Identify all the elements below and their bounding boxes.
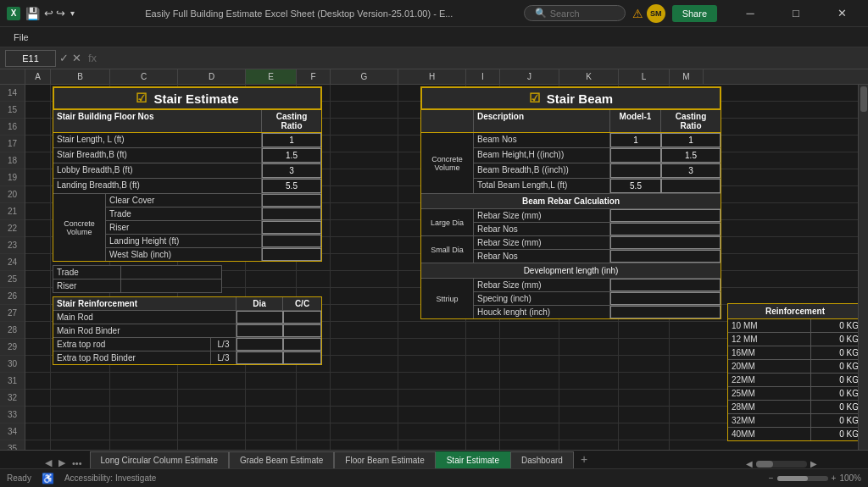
row-20[interactable]: 20: [0, 186, 25, 203]
riser-value[interactable]: [262, 221, 321, 234]
row-19[interactable]: 19: [0, 169, 25, 186]
tab-next-icon[interactable]: ▶: [56, 457, 68, 468]
formula-input[interactable]: [103, 53, 863, 64]
row-17[interactable]: 17: [0, 136, 25, 152]
row-29[interactable]: 29: [0, 339, 25, 356]
row-28[interactable]: 28: [0, 322, 25, 339]
col-header-k[interactable]: K: [559, 69, 619, 84]
col-header-l[interactable]: L: [619, 69, 670, 84]
row-33[interactable]: 33: [0, 407, 25, 423]
row-32[interactable]: 32: [0, 390, 25, 407]
tab-scrollbar[interactable]: [756, 461, 807, 468]
row-26[interactable]: 26: [0, 288, 25, 305]
extra-top-rod-dia[interactable]: [236, 338, 283, 351]
lobby-breadth-value[interactable]: 3: [262, 163, 321, 178]
col-header-j[interactable]: J: [500, 69, 559, 84]
vertical-scrollbar[interactable]: [858, 85, 868, 468]
formula-cancel[interactable]: ✕: [72, 52, 81, 64]
reinf-16mm-label: 16MM: [728, 346, 811, 359]
total-beam-length-value[interactable]: 5.5: [610, 179, 661, 193]
total-beam-length-ratio[interactable]: [661, 179, 721, 193]
beam-breadth-ratio[interactable]: 3: [661, 163, 721, 178]
tab-stair-estimate[interactable]: Stair Estimate: [436, 451, 510, 468]
extra-top-rod-cc[interactable]: [283, 338, 321, 351]
warning-icon: ⚠: [632, 7, 643, 20]
share-button[interactable]: Share: [672, 5, 717, 22]
row-30[interactable]: 30: [0, 356, 25, 373]
user-avatar[interactable]: SM: [647, 4, 665, 23]
col-header-g[interactable]: G: [331, 69, 398, 84]
row-21[interactable]: 21: [0, 203, 25, 220]
col-header-h[interactable]: H: [398, 69, 466, 84]
col-header-i[interactable]: I: [466, 69, 500, 84]
col-header-f[interactable]: F: [297, 69, 331, 84]
minimize-button[interactable]: ─: [731, 0, 770, 27]
row-14[interactable]: 14: [0, 85, 25, 102]
tab-floor-beam[interactable]: Floor Beam Estimate: [334, 451, 435, 468]
trade-value[interactable]: [262, 208, 321, 220]
beam-height-value[interactable]: [610, 148, 661, 163]
scrollbar-right[interactable]: ▶: [810, 459, 817, 468]
col-header-m[interactable]: M: [670, 69, 704, 84]
zoom-in-icon[interactable]: +: [832, 473, 837, 483]
row-25[interactable]: 25: [0, 271, 25, 288]
row-24[interactable]: 24: [0, 254, 25, 271]
beam-nos-value[interactable]: 1: [610, 133, 661, 147]
stirrup-spacing-value[interactable]: [610, 292, 721, 305]
col-header-c[interactable]: C: [110, 69, 178, 84]
stair-breadth-value[interactable]: 1.5: [262, 148, 321, 163]
cell-reference[interactable]: [5, 50, 56, 67]
zoom-out-icon[interactable]: −: [769, 473, 774, 483]
menu-item-file[interactable]: File: [7, 30, 36, 44]
row-31[interactable]: 31: [0, 373, 25, 390]
row-27[interactable]: 27: [0, 305, 25, 322]
row-22[interactable]: 22: [0, 220, 25, 237]
redo-icon[interactable]: ↪: [56, 7, 65, 19]
trade2-value[interactable]: [121, 266, 221, 279]
row-23[interactable]: 23: [0, 237, 25, 254]
tab-long-circular[interactable]: Long Circular Column Estimate: [90, 451, 229, 468]
formula-check[interactable]: ✓: [59, 52, 69, 64]
riser2-value[interactable]: [121, 279, 221, 292]
extra-top-rod-binder-dia[interactable]: [236, 351, 283, 364]
col-header-e[interactable]: E: [246, 69, 297, 84]
tab-dashboard[interactable]: Dashboard: [510, 451, 574, 468]
landing-breadth-value[interactable]: 5.5: [262, 179, 321, 193]
maximize-button[interactable]: □: [776, 0, 815, 27]
add-tab-button[interactable]: +: [574, 450, 594, 468]
main-rod-cc[interactable]: [283, 311, 321, 324]
row-16[interactable]: 16: [0, 119, 25, 136]
large-rebar-nos-value[interactable]: [610, 223, 721, 235]
col-header-b[interactable]: B: [51, 69, 110, 84]
small-rebar-size-value[interactable]: [610, 236, 721, 249]
landing-height-value[interactable]: [262, 235, 321, 247]
undo-icon[interactable]: ↩: [44, 7, 53, 19]
main-rod-binder-cc[interactable]: [283, 324, 321, 337]
riser2-label: Riser: [53, 279, 121, 292]
row-15[interactable]: 15: [0, 102, 25, 119]
col-header-d[interactable]: D: [178, 69, 246, 84]
west-slab-value[interactable]: [262, 248, 321, 261]
clear-cover-value[interactable]: [262, 194, 321, 207]
stair-length-value[interactable]: 1: [262, 133, 321, 147]
tab-prev-icon[interactable]: ◀: [42, 457, 54, 468]
close-button[interactable]: ✕: [822, 0, 861, 27]
stirrup-rebar-size-value[interactable]: [610, 279, 721, 291]
main-rod-binder-dia[interactable]: [236, 324, 283, 337]
beam-breadth-value[interactable]: [610, 163, 661, 178]
col-header-a[interactable]: A: [25, 69, 51, 84]
main-rod-dia[interactable]: [236, 311, 283, 324]
large-rebar-size-value[interactable]: [610, 209, 721, 222]
row-18[interactable]: 18: [0, 152, 25, 169]
small-rebar-nos-value[interactable]: [610, 250, 721, 263]
save-icon[interactable]: 💾: [25, 7, 39, 20]
row-34[interactable]: 34: [0, 423, 25, 440]
beam-height-ratio[interactable]: 1.5: [661, 148, 721, 163]
extra-top-rod-binder-cc[interactable]: [283, 351, 321, 364]
beam-nos-ratio[interactable]: 1: [661, 133, 721, 147]
search-input[interactable]: [550, 8, 618, 19]
stirrup-houck-value[interactable]: [610, 306, 721, 318]
tab-more-icon[interactable]: •••: [70, 458, 85, 468]
scrollbar-left[interactable]: ◀: [746, 459, 753, 468]
tab-grade-beam[interactable]: Grade Beam Estimate: [229, 451, 334, 468]
